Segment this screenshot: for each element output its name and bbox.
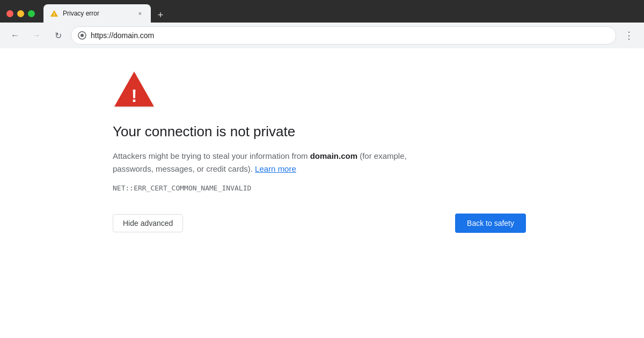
nav-bar: ← → ↻ https://domain.com ⋮ (0, 23, 644, 48)
traffic-light-red[interactable] (6, 10, 13, 17)
forward-button[interactable]: → (28, 27, 45, 44)
error-title: Your connection is not private (113, 123, 295, 140)
browser-chrome: ! Privacy error × + ← → ↻ https://domain… (0, 0, 644, 48)
reload-button[interactable]: ↻ (49, 27, 67, 44)
hide-advanced-button[interactable]: Hide advanced (113, 214, 183, 232)
tab-close-button[interactable]: × (136, 9, 144, 18)
back-to-safety-button[interactable]: Back to safety (455, 214, 526, 233)
error-code: NET::ERR_CERT_COMMON_NAME_INVALID (113, 184, 251, 192)
description-part1: Attackers might be trying to steal your … (113, 151, 310, 160)
svg-text:!: ! (54, 12, 55, 17)
address-text: https://domain.com (91, 31, 609, 40)
new-tab-button[interactable]: + (153, 8, 168, 23)
tab-favicon: ! (50, 9, 58, 18)
address-bar[interactable]: https://domain.com (71, 26, 616, 45)
browser-menu-button[interactable]: ⋮ (620, 27, 638, 44)
description-domain: domain.com (310, 151, 357, 160)
svg-text:!: ! (131, 86, 137, 106)
traffic-lights (6, 10, 35, 17)
warning-triangle-icon: ! (113, 70, 156, 108)
tabs-bar: ! Privacy error × + (43, 4, 168, 23)
address-security-icon (78, 31, 86, 40)
active-tab[interactable]: ! Privacy error × (43, 4, 151, 23)
page-content: ! Your connection is not private Attacke… (0, 48, 644, 338)
learn-more-link[interactable]: Learn more (255, 164, 296, 173)
error-description: Attackers might be trying to steal your … (113, 150, 419, 175)
traffic-light-green[interactable] (28, 10, 35, 17)
svg-point-3 (80, 34, 84, 37)
traffic-light-yellow[interactable] (17, 10, 24, 17)
warning-icon-wrap: ! (113, 70, 156, 111)
title-bar: ! Privacy error × + (0, 0, 644, 23)
back-button[interactable]: ← (6, 27, 24, 44)
buttons-row: Hide advanced Back to safety (113, 214, 526, 233)
tab-title: Privacy error (63, 10, 131, 17)
